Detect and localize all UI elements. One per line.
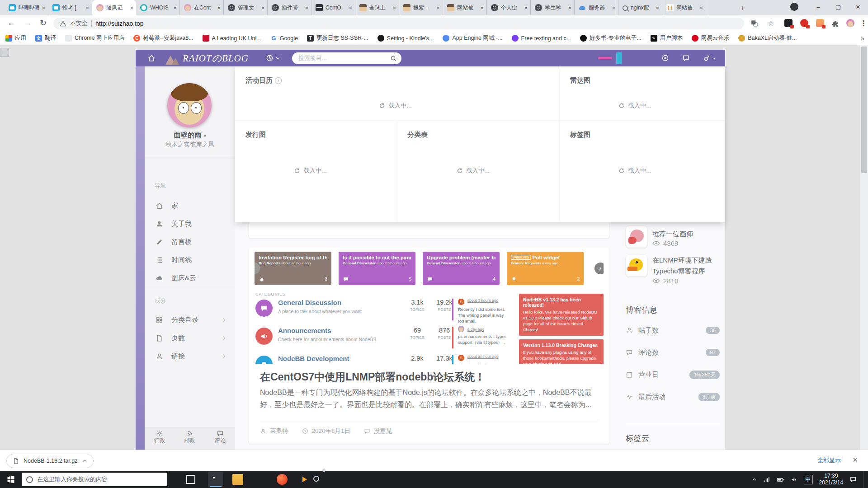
disc-icon[interactable] xyxy=(661,54,669,62)
tab-close-icon[interactable]: × xyxy=(699,5,703,11)
home-icon[interactable] xyxy=(147,54,156,62)
forward-button[interactable]: → xyxy=(24,18,32,28)
tab-close-icon[interactable]: × xyxy=(217,5,221,11)
ime-indicator[interactable]: 中 xyxy=(804,475,813,484)
bookmark-item[interactable]: A Leading UK Uni... xyxy=(203,35,261,42)
bookmark-item[interactable]: Google xyxy=(270,35,298,42)
category-row[interactable]: Announcements Check here for announcemen… xyxy=(255,326,508,351)
user-menu-button[interactable] xyxy=(703,55,716,62)
forum-topic-card[interactable]: Upgrade problem (master br... General Di… xyxy=(423,252,500,285)
bookmark-item[interactable]: 用户脚本 xyxy=(651,34,683,42)
popular-title[interactable]: 推荐一位画师 xyxy=(652,229,720,239)
sidebar-comments-button[interactable]: 评论 xyxy=(205,427,235,450)
recent-time-link[interactable]: a day ago xyxy=(467,327,484,332)
browser-tab[interactable]: 学生学 × xyxy=(531,0,575,15)
browser-tab[interactable]: 蜂考 [ × xyxy=(48,0,92,15)
popular-thumb-typecho[interactable] xyxy=(626,255,647,277)
bookmark-item[interactable]: 翻译 xyxy=(35,34,56,42)
scrollbar-thumb[interactable] xyxy=(861,47,867,173)
browser-tab[interactable]: 插件管 × xyxy=(268,0,311,15)
sidebar-item-pages[interactable]: 页数 xyxy=(145,329,235,347)
bookmark-item[interactable]: Free texting and c... xyxy=(512,35,571,42)
recent-time-link[interactable]: about an hour ago xyxy=(467,354,499,359)
extensions-puzzle-icon[interactable] xyxy=(832,19,839,27)
category-name[interactable]: NodeBB Development xyxy=(278,355,349,362)
translate-icon[interactable] xyxy=(750,19,758,27)
post-card-2[interactable]: ‹ › Invitation Register bug of th... Bug… xyxy=(249,247,609,444)
tab-close-icon[interactable]: × xyxy=(130,5,133,11)
tab-close-icon[interactable]: × xyxy=(42,5,45,11)
post-comments[interactable]: 没意见 xyxy=(374,427,392,435)
reload-button[interactable]: ↻ xyxy=(40,18,47,28)
show-all-downloads-button[interactable]: 全部显示 xyxy=(817,456,841,465)
tab-close-icon[interactable]: × xyxy=(305,5,308,11)
tab-close-icon[interactable]: × xyxy=(524,5,528,11)
tab-close-icon[interactable]: × xyxy=(392,5,396,11)
back-button[interactable]: ← xyxy=(7,18,15,28)
bookmark-item[interactable]: Setting - Kindle's... xyxy=(377,35,434,42)
bookmark-item[interactable]: 应用 xyxy=(5,34,26,42)
bookmark-item[interactable]: App Engine 网域 -... xyxy=(443,34,502,42)
tab-close-icon[interactable]: × xyxy=(656,5,659,11)
file-explorer-icon[interactable] xyxy=(232,474,243,485)
username[interactable]: 面壁的雨 ▾ xyxy=(145,131,235,140)
sidebar-item-guestbook[interactable]: 留言板 xyxy=(145,233,235,251)
show-desktop-button[interactable] xyxy=(863,471,865,488)
sidebar-item-home[interactable]: 家 xyxy=(145,197,235,215)
browser-tab[interactable]: 全球主 × xyxy=(355,0,399,15)
carousel-next-icon[interactable]: › xyxy=(594,263,604,274)
window-minimize-button[interactable]: – xyxy=(808,4,828,10)
extension-icon-2[interactable] xyxy=(800,19,808,27)
browser-tab[interactable]: 搜索 - × xyxy=(399,0,443,15)
browser-tab[interactable]: 个人空 × xyxy=(487,0,531,15)
start-button[interactable] xyxy=(6,475,15,484)
download-item[interactable]: NodeBB-1.16.2.tar.gz xyxy=(6,454,94,468)
tab-close-icon[interactable]: × xyxy=(436,5,440,11)
red-app-icon[interactable] xyxy=(277,474,288,485)
chart-menu-button[interactable] xyxy=(266,54,280,62)
search-icon[interactable] xyxy=(390,55,397,62)
address-bar[interactable]: 不安全 http://suizhao.top xyxy=(53,18,744,29)
bookmark-item[interactable]: 更新日志 SS-SSR-... xyxy=(307,34,368,42)
sidebar-item-categories[interactable]: 分类目录 xyxy=(145,311,235,329)
tab-close-icon[interactable]: × xyxy=(349,5,352,11)
bookmark-item[interactable]: Chrome 网上应用店 xyxy=(65,34,124,42)
post-title[interactable]: 在CentOS7中使用LNMP部署nodebb论坛系统！ xyxy=(260,370,485,384)
volume-icon[interactable] xyxy=(791,476,797,483)
browser-tab[interactable]: 随风记 × xyxy=(92,0,136,15)
bookmark-item[interactable]: 网易云音乐 xyxy=(692,34,730,42)
profile-avatar[interactable] xyxy=(846,19,854,27)
extension-icon-1[interactable] xyxy=(784,19,793,27)
tray-expand-icon[interactable] xyxy=(751,477,757,483)
tab-close-icon[interactable]: × xyxy=(612,5,615,11)
forum-topic-card[interactable]: Invitation Register bug of th... Bug Rep… xyxy=(255,252,331,285)
taskbar-clock[interactable]: 17:39 2021/3/14 xyxy=(819,473,843,486)
tab-close-icon[interactable]: × xyxy=(85,5,89,11)
sidebar-item-about[interactable]: 关于我 xyxy=(145,215,235,233)
post-author[interactable]: 莱奥特 xyxy=(270,427,288,435)
extension-icon-3[interactable] xyxy=(816,19,824,27)
tab-search-button[interactable] xyxy=(790,3,798,11)
popular-thumb-artist[interactable] xyxy=(626,226,647,248)
notice-card[interactable]: Version 1.13.0 Breaking Changes If you h… xyxy=(519,339,604,364)
bookmarks-overflow-chevron[interactable]: » xyxy=(861,34,864,42)
battery-icon[interactable] xyxy=(777,476,784,483)
forum-topic-card[interactable]: Is it possible to cut the panel... Gener… xyxy=(339,252,415,285)
forum-topic-card[interactable]: UNSOLVEDPoll widget Feature Requests a d… xyxy=(507,252,584,285)
bookmark-item[interactable]: 好多书-专业的电子... xyxy=(580,34,642,42)
blog-logo[interactable]: RAIOTのBLOG xyxy=(165,52,249,65)
info-icon[interactable]: i xyxy=(275,77,282,84)
network-icon[interactable] xyxy=(764,476,770,483)
notice-card[interactable]: NodeBB v1.13.2 has been released! Hello … xyxy=(519,294,604,336)
tab-close-icon[interactable]: × xyxy=(261,5,264,11)
browser-tab[interactable]: 管理文 × xyxy=(224,0,268,15)
recent-time-link[interactable]: about 3 hours ago xyxy=(467,298,499,303)
task-view-button[interactable] xyxy=(186,475,195,484)
window-maximize-button[interactable]: ▢ xyxy=(828,4,848,10)
sidebar-admin-button[interactable]: 行政 xyxy=(145,427,175,450)
bookmark-star-icon[interactable]: ☆ xyxy=(768,19,774,28)
category-name[interactable]: General Discussion xyxy=(278,299,341,306)
bookmark-item[interactable]: BakaXL启动器-健... xyxy=(738,34,797,42)
tab-close-icon[interactable]: × xyxy=(480,5,484,11)
tab-close-icon[interactable]: × xyxy=(568,5,571,11)
